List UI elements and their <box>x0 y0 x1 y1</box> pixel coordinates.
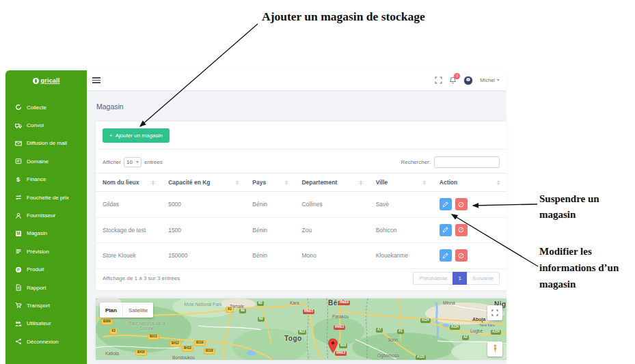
column-header-ville[interactable]: Ville <box>369 173 433 191</box>
cell-departement: Mono <box>295 243 368 268</box>
page-title: Magasin <box>96 102 124 111</box>
page-length-control: Afficher 10 entrées <box>103 157 163 167</box>
map-label: Mole National Park <box>183 302 223 307</box>
agricall-logo[interactable]: gricall <box>5 70 87 91</box>
map-label: Bondoukou <box>172 355 195 360</box>
column-header-nom[interactable]: Nom du lieux <box>96 173 161 191</box>
sidebar-item-fournisseur[interactable]: Fournisseur <box>5 206 87 224</box>
table-controls: Afficher 10 entrées Rechercher: <box>96 154 506 170</box>
cell-capacite: 5000 <box>161 192 245 217</box>
column-header-action[interactable]: Action <box>433 173 506 191</box>
sidebar-item-collecte[interactable]: Collecte <box>5 98 87 116</box>
column-header-capacite[interactable]: Capacité en Kg <box>161 173 245 191</box>
sidebar: gricall Collecte Convoi Diffusion de mai… <box>5 70 87 364</box>
sort-icon <box>497 180 500 185</box>
sidebar-item-domaine[interactable]: Domaine <box>5 152 87 170</box>
column-header-departement[interactable]: Departement <box>295 173 368 191</box>
sidebar-item-utilisateur[interactable]: Utilisateur <box>5 315 87 333</box>
map-label: Katiola <box>105 351 119 356</box>
road-badge: B309 <box>101 319 113 325</box>
mail-icon <box>14 139 22 147</box>
cell-departement: Collines <box>295 192 368 217</box>
user-menu[interactable]: Michel <box>480 77 500 83</box>
convoy-truck-icon <box>14 122 22 129</box>
map-label: Minna <box>443 300 455 305</box>
sidebar-item-rapport[interactable]: Rapport <box>5 279 87 296</box>
map-pin-icon[interactable] <box>327 338 338 357</box>
cell-nom: Store Klouek <box>96 243 161 268</box>
sidebar-item-label: Prévision <box>27 249 49 255</box>
road-badge: N2 <box>257 301 264 306</box>
road-badge: B119 <box>194 340 206 346</box>
dollar-icon: $ <box>14 176 22 183</box>
cell-ville: Klouekanme <box>369 243 433 268</box>
road-badge: RNIE6 <box>338 300 350 305</box>
cell-ville: Bohicon <box>369 218 433 243</box>
add-magasin-button[interactable]: + Ajouter un magasin <box>103 128 170 143</box>
sidebar-item-label: Déconnexion <box>27 339 59 345</box>
suspend-button[interactable] <box>455 224 468 236</box>
sidebar-nav: Collecte Convoi Diffusion de mail Domain… <box>5 98 87 350</box>
map-label: Lugbe <box>470 328 483 333</box>
supplier-person-icon <box>14 212 22 219</box>
map-satellite-button[interactable]: Satellite <box>123 303 153 318</box>
add-magasin-button-label: Ajouter un magasin <box>116 132 163 139</box>
edit-button[interactable] <box>440 249 452 262</box>
logo-text: gricall <box>41 77 60 84</box>
bell-icon[interactable]: 0 <box>449 76 457 85</box>
edit-button[interactable] <box>440 224 452 236</box>
edit-button[interactable] <box>440 198 452 210</box>
sidebar-item-deconnexion[interactable]: Déconnexion <box>5 333 87 350</box>
pagination: Précédente 1 Suivante <box>413 272 500 285</box>
chevron-down-icon <box>136 161 139 163</box>
search-input[interactable] <box>434 156 500 168</box>
road-badge: B413 <box>182 346 193 352</box>
avatar[interactable] <box>463 76 473 85</box>
map[interactable]: Mole National Park Tamale Parc national … <box>96 298 506 360</box>
agricall-drop-icon <box>33 78 39 84</box>
road-badge: A3 <box>109 328 118 335</box>
menu-icon[interactable] <box>92 76 100 85</box>
table-info: Affichage de 1 à 3 sur 3 entrées <box>103 275 180 281</box>
annotation-modify-store: Modifier les informations d’un magasin <box>539 243 635 292</box>
suspend-button[interactable] <box>455 249 468 262</box>
pagination-next[interactable]: Suivante <box>467 272 500 285</box>
map-fullscreen-button[interactable] <box>487 305 502 320</box>
map-label: Ogbomoso <box>377 353 399 358</box>
road-badge: B118 <box>204 348 215 354</box>
sidebar-item-magasin[interactable]: M Magasin <box>5 225 87 242</box>
sidebar-item-diffusion-de-mail[interactable]: Diffusion de mail <box>5 135 87 152</box>
pegman-icon[interactable] <box>487 341 502 356</box>
sort-icon <box>423 180 426 185</box>
search-label: Rechercher: <box>401 159 431 165</box>
road-badge: RNIE5 <box>303 309 314 314</box>
svg-text:M: M <box>16 231 20 236</box>
sidebar-item-transport[interactable]: Transport <box>5 296 87 314</box>
sort-icon <box>236 180 239 185</box>
sidebar-item-fouchette-de-prix[interactable]: Fouchette de prix <box>5 188 87 206</box>
cell-action <box>433 218 506 243</box>
share-logout-icon <box>14 338 22 346</box>
page-size-select[interactable]: 10 <box>124 157 141 167</box>
table-header-row: Nom du lieux Capacité en Kg Pays Departe… <box>96 173 506 192</box>
column-header-pays[interactable]: Pays <box>245 173 295 191</box>
sidebar-item-label: Magasin <box>27 230 47 236</box>
sidebar-item-label: Convoi <box>27 122 44 128</box>
fullscreen-icon[interactable] <box>435 76 442 84</box>
sidebar-item-convoi[interactable]: Convoi <box>5 116 87 134</box>
pagination-page-1[interactable]: 1 <box>452 272 466 285</box>
map-plan-button[interactable]: Plan <box>100 303 123 318</box>
sidebar-item-produit[interactable]: P Produit <box>5 261 87 279</box>
map-label: Abuja <box>472 317 485 322</box>
sidebar-item-prevision[interactable]: Prévision <box>5 242 87 260</box>
sidebar-item-finance[interactable]: $ Finance <box>5 171 87 188</box>
road-badge: A1 <box>397 329 404 334</box>
suspend-button[interactable] <box>455 198 468 210</box>
road-badge: A124 <box>420 318 431 323</box>
transport-cart-icon <box>14 302 22 309</box>
magasin-card: + Ajouter un magasin Afficher 10 entrées… <box>96 122 506 290</box>
road-badge: N2 <box>258 317 265 322</box>
road-badge: A234 <box>491 330 501 335</box>
pagination-previous[interactable]: Précédente <box>413 272 452 285</box>
road-badge: N10 <box>339 344 347 348</box>
